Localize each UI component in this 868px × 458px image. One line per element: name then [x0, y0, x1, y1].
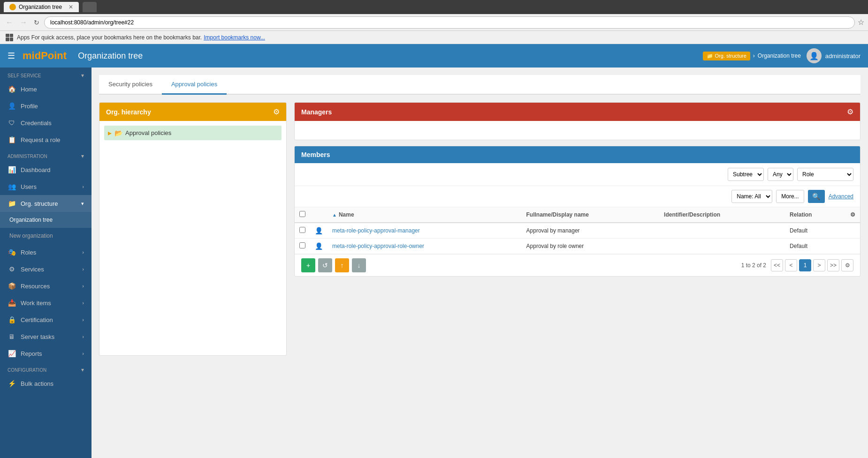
page-1-button[interactable]: 1 [799, 259, 811, 271]
two-col-layout: Org. hierarchy ⚙ ▸ 📂 Approval policies [99, 102, 860, 356]
name-column-header[interactable]: ▲ Name [332, 211, 517, 218]
pagination-settings-button[interactable]: ⚙ [841, 259, 853, 271]
member-name-link-1[interactable]: meta-role-policy-approval-manager [332, 227, 420, 234]
self-service-chevron: ▾ [81, 72, 84, 79]
prev-page-button[interactable]: < [785, 259, 797, 271]
forward-button[interactable]: → [18, 17, 29, 28]
tab-approval-policies[interactable]: Approval policies [162, 75, 227, 95]
sidebar-item-reports[interactable]: 📈 Reports › [0, 345, 91, 362]
sidebar: SELF SERVICE ▾ 🏠 Home 👤 Profile 🛡 Creden… [0, 68, 91, 458]
fullname-col-header: Fullname/Display name [522, 207, 660, 223]
tab-close-button[interactable]: ✕ [69, 4, 73, 10]
table-settings-icon[interactable]: ⚙ [850, 211, 855, 218]
user-area: 👤 administrator [807, 48, 860, 63]
managers-panel: Managers ⚙ [294, 102, 860, 140]
last-page-button[interactable]: >> [827, 259, 839, 271]
role-filter[interactable]: Role [797, 168, 853, 181]
row-checkbox-1[interactable] [299, 227, 305, 233]
sidebar-item-label: Profile [21, 103, 38, 110]
admin-label: ADMINISTRATION ▾ [0, 148, 91, 161]
next-page-button[interactable]: > [813, 259, 825, 271]
export-button[interactable]: ↑ [335, 258, 349, 272]
certification-icon: 🔒 [8, 316, 16, 323]
roles-icon: 🎭 [8, 248, 16, 256]
sidebar-item-roles[interactable]: 🎭 Roles › [0, 244, 91, 261]
subtree-filter[interactable]: Subtree [728, 168, 764, 181]
back-button[interactable]: ← [4, 17, 15, 28]
org-hierarchy-panel: Org. hierarchy ⚙ ▸ 📂 Approval policies [99, 102, 287, 356]
table-row: 👤 meta-role-policy-approval-role-owner A… [295, 239, 860, 254]
first-page-button[interactable]: << [771, 259, 783, 271]
tree-item-approval-policies[interactable]: ▸ 📂 Approval policies [104, 126, 282, 140]
breadcrumb-org-structure[interactable]: 📁 Org. structure [703, 52, 750, 60]
bookmarks-bar: Apps For quick access, place your bookma… [0, 31, 868, 44]
bookmarks-text: Apps For quick access, place your bookma… [17, 34, 202, 41]
sidebar-item-label: Roles [21, 249, 36, 256]
sidebar-item-request-role[interactable]: 📋 Request a role [0, 131, 91, 148]
refresh-button[interactable]: ↻ [32, 18, 41, 27]
top-nav: ☰ midPoint Organization tree 📁 Org. stru… [0, 44, 868, 68]
top-nav-right: 📁 Org. structure › Organization tree 👤 a… [703, 48, 860, 63]
sidebar-item-credentials[interactable]: 🛡 Credentials [0, 114, 91, 131]
sidebar-item-services[interactable]: ⚙ Services › [0, 261, 91, 278]
advanced-link[interactable]: Advanced [829, 193, 853, 200]
sidebar-item-label: Bulk actions [21, 380, 53, 387]
services-icon: ⚙ [8, 265, 16, 273]
sidebar-item-resources[interactable]: 📦 Resources › [0, 278, 91, 294]
sidebar-item-server-tasks[interactable]: 🖥 Server tasks › [0, 328, 91, 345]
menu-toggle-button[interactable]: ☰ [8, 51, 15, 61]
bookmark-star-button[interactable]: ☆ [858, 18, 864, 27]
pagination: 1 to 2 of 2 << < 1 > >> ⚙ [741, 259, 853, 271]
org-hierarchy-settings-button[interactable]: ⚙ [273, 107, 280, 116]
search-button[interactable]: 🔍 [808, 190, 825, 203]
logo-mid: mid [23, 50, 41, 61]
address-bar[interactable] [44, 16, 855, 29]
breadcrumb-separator: › [753, 53, 755, 59]
users-arrow: › [82, 184, 84, 189]
member-name-link-2[interactable]: meta-role-policy-approval-role-owner [332, 243, 424, 249]
sidebar-item-new-org[interactable]: New organization [0, 228, 91, 244]
select-all-checkbox[interactable] [299, 211, 305, 217]
sidebar-item-certification[interactable]: 🔒 Certification › [0, 311, 91, 328]
org-icon: 📁 [707, 53, 713, 59]
members-header: Members [295, 146, 860, 163]
certification-arrow: › [82, 317, 84, 323]
member-fullname-1: Approval by manager [522, 223, 660, 239]
import-bookmarks-link[interactable]: Import bookmarks now... [204, 34, 265, 41]
credentials-icon: 🛡 [8, 119, 16, 127]
row-checkbox-2[interactable] [299, 242, 305, 248]
sidebar-item-label: Certification [21, 316, 53, 323]
more-button[interactable]: More... [776, 190, 804, 203]
sidebar-item-profile[interactable]: 👤 Profile [0, 98, 91, 114]
sidebar-item-org-tree[interactable]: Organization tree [0, 212, 91, 228]
refresh-table-button[interactable]: ↺ [318, 258, 332, 272]
sidebar-item-bulk-actions[interactable]: ⚡ Bulk actions [0, 375, 91, 392]
sidebar-item-home[interactable]: 🏠 Home [0, 81, 91, 98]
sidebar-item-users[interactable]: 👥 Users › [0, 178, 91, 195]
name-filter-select[interactable]: Name: All [731, 190, 772, 203]
sidebar-item-dashboard[interactable]: 📊 Dashboard [0, 161, 91, 178]
self-service-label: SELF SERVICE ▾ [0, 68, 91, 81]
add-button[interactable]: + [301, 258, 315, 272]
blank-tab[interactable] [83, 2, 97, 12]
member-relation-1: Default [785, 223, 845, 239]
browser-tab[interactable]: Organization tree ✕ [4, 2, 79, 12]
content-area: Security policies Approval policies Org.… [91, 68, 868, 458]
table-footer: + ↺ ↑ ↓ 1 to 2 of 2 << < 1 > >> [295, 254, 860, 276]
main-layout: SELF SERVICE ▾ 🏠 Home 👤 Profile 🛡 Creden… [0, 68, 868, 458]
resources-arrow: › [82, 283, 84, 289]
sidebar-item-work-items[interactable]: 📥 Work items › [0, 294, 91, 311]
reports-arrow: › [82, 351, 84, 356]
sidebar-item-org-structure[interactable]: 📁 Org. structure ▾ [0, 195, 91, 212]
managers-body [295, 121, 860, 140]
any-filter[interactable]: Any [768, 168, 793, 181]
work-items-arrow: › [82, 300, 84, 306]
managers-settings-button[interactable]: ⚙ [847, 107, 853, 116]
tab-security-policies[interactable]: Security policies [99, 75, 162, 95]
org-structure-arrow: ▾ [81, 201, 84, 207]
import-button[interactable]: ↓ [352, 258, 366, 272]
members-filters: Subtree Any Role [295, 163, 860, 186]
avatar[interactable]: 👤 [807, 48, 822, 63]
sidebar-item-label: Work items [21, 300, 51, 307]
reports-icon: 📈 [8, 350, 16, 357]
